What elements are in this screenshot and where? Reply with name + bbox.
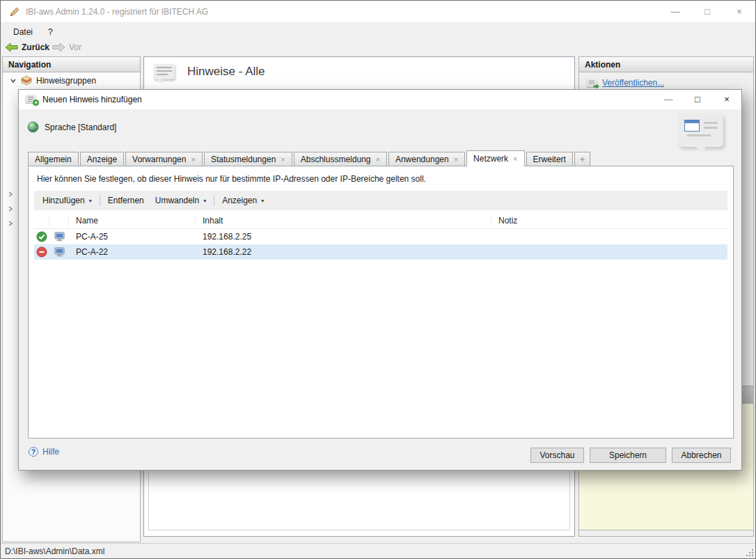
table-row[interactable]: PC-A-22192.168.2.22 — [34, 244, 727, 260]
resize-grip[interactable] — [745, 548, 753, 556]
save-button[interactable]: Speichern — [590, 448, 666, 463]
tab-label: Allgemein — [35, 155, 72, 164]
app-toolbar: Zurück Vor — [1, 40, 755, 55]
tab-label: Vorwarnungen — [132, 155, 186, 164]
chevron-right-icon[interactable] — [7, 191, 14, 198]
dialog-titlebar: + Neuen Hinweis hinzufügen — □ × — [19, 90, 741, 109]
main-header: Hinweise - Alle — [154, 64, 265, 79]
navigation-header: Navigation — [3, 57, 140, 72]
add-entry-button[interactable]: Hinzufügen ▾ — [37, 193, 97, 208]
page-title: Hinweise - Alle — [187, 65, 265, 79]
tab-close-icon[interactable]: × — [454, 156, 458, 163]
close-button[interactable]: × — [723, 1, 755, 23]
tab-close-icon[interactable]: × — [375, 156, 379, 163]
tab-netzwerk[interactable]: Netzwerk× — [466, 150, 524, 166]
tab-abschlussmeldung[interactable]: Abschlussmeldung× — [294, 152, 387, 166]
tab-close-icon[interactable]: × — [513, 155, 517, 162]
tab-label: Anwendungen — [395, 155, 449, 164]
forward-arrow-icon — [52, 42, 65, 52]
tab-label: Abschlussmeldung — [301, 155, 371, 164]
tab-label: Netzwerk — [473, 154, 508, 164]
back-button[interactable]: Zurück — [5, 42, 49, 52]
col-type — [49, 215, 69, 226]
menubar: Datei ? — [1, 24, 755, 40]
show-entries-button[interactable]: Anzeigen ▾ — [216, 193, 269, 208]
publish-link[interactable]: Veröffentlichen... — [602, 78, 664, 88]
add-hint-dialog: + Neuen Hinweis hinzufügen — □ × Sprache… — [18, 89, 742, 471]
cell-content: 192.168.2.25 — [196, 232, 491, 242]
dialog-tabs: AllgemeinAnzeigeVorwarnungen×Statusmeldu… — [28, 150, 679, 166]
statusbar-path: D:\IBI-aws\Admin\Data.xml — [5, 546, 104, 556]
dialog-minimize-button[interactable]: — — [654, 90, 683, 109]
tab-anzeige[interactable]: Anzeige — [80, 152, 124, 166]
globe-icon — [27, 121, 39, 133]
sidebar-item-label: Hinweisgruppen — [36, 76, 96, 86]
sidebar-item-hinweisgruppen[interactable]: Hinweisgruppen — [3, 72, 140, 88]
col-inhalt[interactable]: Inhalt — [196, 215, 491, 226]
col-name[interactable]: Name — [69, 215, 196, 226]
hint-watermark-icon — [679, 113, 723, 147]
col-notiz[interactable]: Notiz — [491, 215, 727, 226]
dialog-buttons: Vorschau Speichern Abbrechen — [530, 448, 731, 463]
dialog-close-button[interactable]: × — [712, 90, 741, 109]
language-label: Sprache [Standard] — [45, 123, 116, 132]
language-row: Sprache [Standard] — [27, 121, 116, 133]
table-header: Name Inhalt Notiz — [34, 212, 727, 229]
maximize-button[interactable]: □ — [691, 1, 723, 23]
denied-icon — [34, 246, 49, 258]
tab-anwendungen[interactable]: Anwendungen× — [388, 152, 465, 166]
tab-label: + — [580, 155, 585, 164]
tab-vorwarnungen[interactable]: Vorwarnungen× — [125, 152, 203, 166]
dialog-title: Neuen Hinweis hinzufügen — [42, 90, 142, 109]
dialog-maximize-button[interactable]: □ — [683, 90, 712, 109]
publish-action[interactable]: Veröffentlichen... — [579, 72, 753, 88]
network-table: Name Inhalt Notiz PC-A-25192.168.2.25PC-… — [34, 212, 727, 260]
network-table-body: PC-A-25192.168.2.25PC-A-22192.168.2.22 — [34, 229, 727, 260]
back-arrow-icon — [5, 42, 18, 52]
app-icon — [9, 6, 20, 17]
tab-close-icon[interactable]: × — [191, 156, 195, 163]
chevron-down-icon[interactable] — [10, 77, 17, 84]
remove-entry-button[interactable]: Entfernen — [102, 193, 150, 208]
package-icon — [21, 75, 32, 86]
add-hint-icon: + — [25, 95, 36, 103]
chevron-right-icon[interactable] — [7, 205, 14, 212]
caret-down-icon: ▾ — [203, 198, 206, 204]
table-row[interactable]: PC-A-25192.168.2.25 — [34, 229, 727, 244]
cell-name: PC-A-22 — [69, 247, 196, 257]
actions-header: Aktionen — [579, 57, 753, 72]
publish-icon — [586, 79, 597, 87]
cell-content: 192.168.2.22 — [196, 247, 491, 257]
hint-bubble-icon — [154, 64, 175, 79]
statusbar: D:\IBI-aws\Admin\Data.xml — [1, 543, 755, 558]
cancel-button[interactable]: Abbrechen — [672, 448, 731, 463]
minimize-button[interactable]: — — [659, 1, 691, 23]
computer-icon — [49, 247, 69, 257]
forward-button[interactable]: Vor — [52, 42, 81, 52]
tab-close-icon[interactable]: × — [281, 156, 285, 163]
toolbar-separator — [214, 195, 214, 206]
tab-allgemein[interactable]: Allgemein — [28, 152, 79, 166]
table-toolbar: Hinzufügen ▾ Entfernen Umwandeln ▾ Anzei… — [34, 191, 727, 210]
computer-icon — [49, 232, 69, 242]
preview-button[interactable]: Vorschau — [530, 448, 584, 463]
tab-label: Erweitert — [533, 155, 566, 164]
caret-down-icon: ▾ — [261, 198, 264, 204]
menu-help[interactable]: ? — [41, 26, 60, 38]
chevron-right-icon[interactable] — [7, 220, 14, 227]
tab-label: Anzeige — [87, 155, 117, 164]
tab-erweitert[interactable]: Erweitert — [526, 152, 573, 166]
col-status — [34, 215, 49, 226]
window-title: IBI-aws Admin 1.24.0 - registriert für I… — [26, 1, 208, 23]
help-action[interactable]: ? Hilfe — [29, 447, 59, 457]
network-tab-panel: Hier können Sie festlegen, ob dieser Hin… — [28, 166, 734, 439]
help-icon: ? — [29, 447, 38, 457]
convert-entry-button[interactable]: Umwandeln ▾ — [150, 193, 212, 208]
collapsed-tree-items — [7, 191, 14, 227]
tab-add-button[interactable]: + — [574, 152, 590, 166]
tab-label: Statusmeldungen — [211, 155, 276, 164]
help-link[interactable]: Hilfe — [42, 447, 59, 457]
tab-statusmeldungen[interactable]: Statusmeldungen× — [204, 152, 292, 166]
toolbar-separator — [100, 195, 100, 206]
menu-datei[interactable]: Datei — [6, 26, 40, 38]
